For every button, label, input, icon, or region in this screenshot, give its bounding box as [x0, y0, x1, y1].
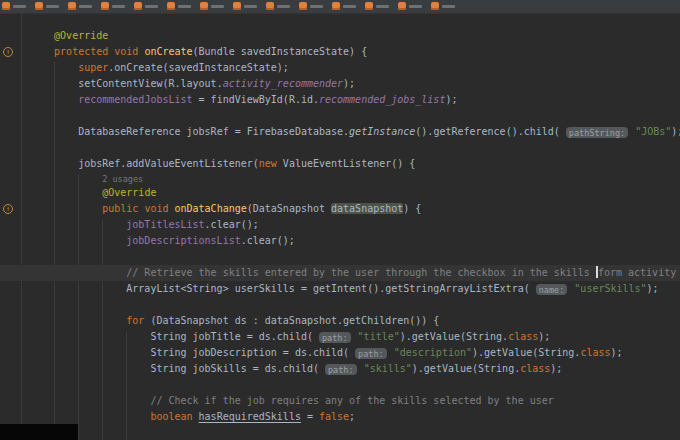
editor-tab[interactable]	[233, 2, 257, 10]
parameter-hint-chip: path:	[319, 332, 351, 343]
tab-label	[46, 5, 59, 8]
code-token: ).getValue(String.	[412, 363, 520, 374]
code-token: public void	[102, 203, 174, 214]
editor-tab[interactable]	[332, 2, 356, 10]
code-line[interactable]: // Retrieve the skills entered by the us…	[0, 265, 680, 281]
code-line[interactable]: String jobTitle = ds.child( path: "title…	[0, 329, 680, 345]
code-line[interactable]	[0, 377, 680, 393]
code-line[interactable]: jobsRef.addValueEventListener(new ValueE…	[0, 156, 680, 172]
editor-tab[interactable]	[68, 2, 92, 10]
code-token: (Bundle savedInstanceState) {	[193, 46, 368, 57]
code-token: jobsRef.addValueEventListener(	[78, 158, 259, 169]
file-tab-icon	[200, 2, 208, 10]
code-token: ).getValue(String.	[472, 347, 580, 358]
code-token: String jobTitle = ds.child(	[150, 331, 319, 342]
code-token: "skills"	[364, 363, 412, 374]
editor-tab[interactable]	[167, 2, 191, 10]
code-line[interactable]: // Check if the job requires any of the …	[0, 393, 680, 409]
code-token: ).getValue(String.	[400, 331, 508, 342]
code-line[interactable]: ArrayList<String> userSkills = getIntent…	[0, 281, 680, 297]
editor-tab[interactable]	[431, 2, 455, 10]
code-line[interactable]: ↑public void onDataChange(DataSnapshot d…	[0, 201, 680, 217]
editor-tab[interactable]	[266, 2, 290, 10]
editor-tab[interactable]	[101, 2, 125, 10]
code-line[interactable]: String jobSkills = ds.child( path: "skil…	[0, 361, 680, 377]
tab-label	[13, 5, 26, 8]
code-token: = findViewById(R.id.	[193, 94, 319, 105]
code-line[interactable]: 2 usages	[0, 172, 680, 185]
code-line[interactable]	[0, 249, 680, 265]
code-token: String jobSkills = ds.child(	[150, 363, 325, 374]
tab-label	[112, 5, 125, 8]
code-token: DatabaseReference jobsRef = FirebaseData…	[78, 126, 349, 137]
code-token: 2 usages	[102, 174, 143, 184]
tab-label	[376, 5, 389, 8]
code-token: form activity	[598, 267, 676, 278]
code-token: // Retrieve the skills entered by the us…	[126, 267, 596, 278]
code-line[interactable]: DatabaseReference jobsRef = FirebaseData…	[0, 124, 680, 140]
code-token: class	[580, 347, 610, 358]
code-token: for	[126, 315, 144, 326]
editor-tab[interactable]	[200, 2, 224, 10]
code-line[interactable]: super.onCreate(savedInstanceState);	[0, 60, 680, 76]
code-line[interactable]: @Override	[0, 185, 680, 201]
editor-tab[interactable]	[2, 2, 26, 10]
code-token: hasRequiredSkills	[199, 411, 301, 422]
code-line[interactable]: recommendedJobsList = findViewById(R.id.…	[0, 92, 680, 108]
code-token: activity_recommender	[223, 78, 343, 89]
file-tab-icon	[365, 2, 373, 10]
parameter-hint-chip: path:	[325, 364, 357, 375]
code-line[interactable]: ↑protected void onCreate(Bundle savedIns…	[0, 44, 680, 60]
overriding-method-gutter-icon[interactable]: ↑	[3, 204, 13, 214]
code-line[interactable]: for (DataSnapshot ds : dataSnapshot.getC…	[0, 313, 680, 329]
code-token: recommended_jobs_list	[319, 94, 445, 105]
file-tab-icon	[134, 2, 142, 10]
file-tab-icon	[35, 2, 43, 10]
file-tab-icon	[2, 2, 10, 10]
editor-tab[interactable]	[299, 2, 323, 10]
code-token: new	[259, 158, 277, 169]
code-token: @Override	[54, 30, 108, 41]
code-token: boolean	[150, 411, 192, 422]
code-token: );	[343, 78, 355, 89]
tab-label	[409, 5, 422, 8]
code-token: "JOBs"	[635, 126, 671, 137]
code-token: "title"	[358, 331, 400, 342]
code-line[interactable]: String jobDescription = ds.child( path: …	[0, 345, 680, 361]
editor-tab[interactable]	[35, 2, 59, 10]
code-token: );	[550, 363, 562, 374]
file-tab-icon	[299, 2, 307, 10]
tab-label	[442, 5, 455, 8]
file-tab-icon	[431, 2, 439, 10]
code-token: @Override	[102, 187, 156, 198]
tab-label	[145, 5, 158, 8]
file-tab-icon	[167, 2, 175, 10]
code-line[interactable]	[0, 140, 680, 156]
code-line[interactable]: jobTitlesList.clear();	[0, 217, 680, 233]
code-token: =	[301, 411, 319, 422]
code-line[interactable]: setContentView(R.layout.activity_recomme…	[0, 76, 680, 92]
code-line[interactable]: jobDescriptionsList.clear();	[0, 233, 680, 249]
code-token: .clear();	[241, 235, 295, 246]
overriding-method-gutter-icon[interactable]: ↑	[3, 47, 13, 57]
code-token: ) {	[403, 203, 421, 214]
editor-tab[interactable]	[398, 2, 422, 10]
code-token: .onCreate(savedInstanceState);	[108, 62, 289, 73]
code-token: // Check if the job requires any of the …	[150, 395, 553, 406]
code-line[interactable]	[0, 297, 680, 313]
tab-label	[211, 5, 224, 8]
code-token: jobTitlesList	[126, 219, 204, 230]
code-token: );	[647, 283, 659, 294]
editor-tab[interactable]	[134, 2, 158, 10]
code-line[interactable]	[0, 108, 680, 124]
tab-label	[343, 5, 356, 8]
file-tab-icon	[266, 2, 274, 10]
tab-label	[244, 5, 257, 8]
code-line[interactable]: boolean hasRequiredSkills = false;	[0, 409, 680, 425]
code-token: class	[508, 331, 538, 342]
code-token: super	[78, 62, 108, 73]
code-area[interactable]: @Override↑protected void onCreate(Bundle…	[0, 11, 680, 440]
code-line[interactable]: @Override	[0, 28, 680, 44]
code-token: recommendedJobsList	[78, 94, 192, 105]
editor-tab[interactable]	[365, 2, 389, 10]
